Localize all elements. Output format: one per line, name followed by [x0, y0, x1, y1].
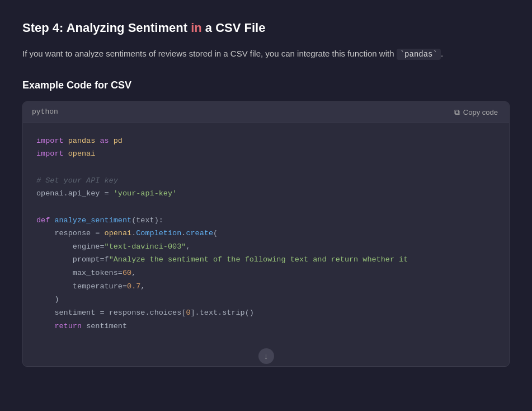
copy-icon: ⧉: [454, 108, 460, 117]
code-block-body: import pandas as pd import openai # Set …: [23, 123, 509, 344]
copy-code-label: Copy code: [463, 108, 498, 116]
code-content: import pandas as pd import openai # Set …: [36, 134, 496, 333]
description-trailing: .: [441, 49, 443, 58]
scroll-down-icon: ↓: [264, 352, 268, 361]
scroll-down-button[interactable]: ↓: [258, 348, 274, 364]
page-container: Step 4: Analyzing Sentiment in a CSV Fil…: [22, 18, 510, 367]
description-paragraph: If you want to analyze sentiments of rev…: [22, 46, 510, 62]
step-title-emphasis: in: [191, 21, 202, 35]
copy-code-button[interactable]: ⧉ Copy code: [452, 106, 500, 118]
step-title-prefix: Step 4: Analyzing Sentiment: [22, 21, 191, 35]
code-block-header: python ⧉ Copy code: [23, 102, 509, 123]
step-title: Step 4: Analyzing Sentiment in a CSV Fil…: [22, 18, 510, 38]
description-text: If you want to analyze sentiments of rev…: [22, 49, 394, 58]
scroll-indicator: ↓: [23, 344, 509, 366]
code-block-wrapper: python ⧉ Copy code import pandas as pd i…: [22, 101, 510, 367]
step-title-suffix: a CSV File: [202, 21, 266, 35]
section-subtitle: Example Code for CSV: [22, 77, 510, 94]
code-language-label: python: [32, 106, 58, 118]
pandas-inline-code: `pandas`: [397, 49, 441, 60]
